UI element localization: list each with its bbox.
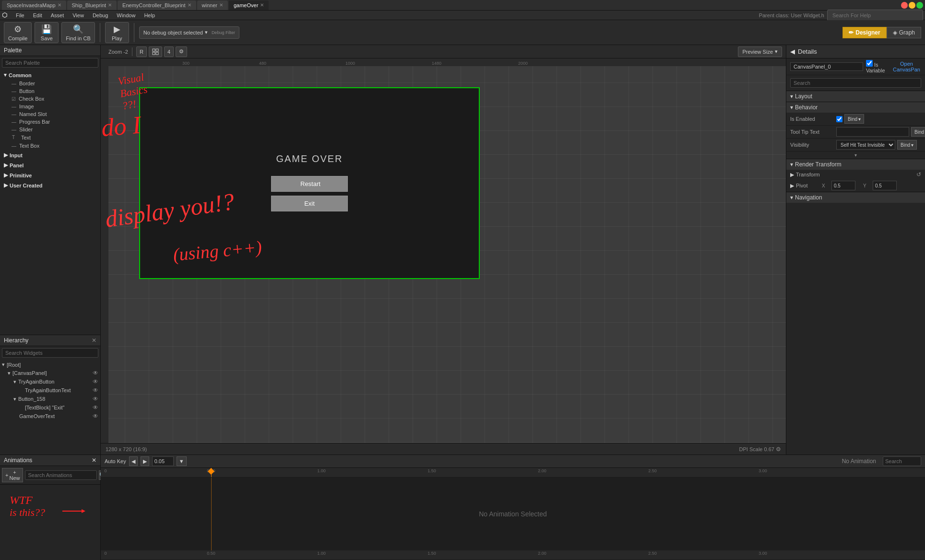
palette-item-checkbox[interactable]: ☑ Check Box <box>0 95 100 103</box>
h-item-tryagain-text[interactable]: ▶ TryAgainButtonText 👁 <box>0 386 100 395</box>
new-animation-button[interactable]: + + New <box>2 468 23 482</box>
menu-view[interactable]: View <box>69 12 88 19</box>
hierarchy-search-input[interactable] <box>2 348 98 358</box>
timeline-time-btn[interactable]: ▼ <box>177 456 187 466</box>
hierarchy-close-button[interactable]: ✕ <box>92 337 96 344</box>
tab-winner[interactable]: winner ✕ <box>197 0 228 10</box>
is-variable-label: Is Variable <box>866 60 889 73</box>
h-item-root[interactable]: ▾ [Root] <box>0 361 100 369</box>
h-item-gameover-text[interactable]: ▶ GameOverText 👁 <box>0 412 100 420</box>
transform-row[interactable]: ▶ Transform ↺ <box>786 170 925 179</box>
canvas-panel-name-input[interactable] <box>790 62 863 71</box>
close-tab-icon[interactable]: ✕ <box>188 2 191 8</box>
transform-reset-icon[interactable]: ↺ <box>916 171 921 178</box>
close-tab-icon[interactable]: ✕ <box>260 2 264 8</box>
pivot-y-input[interactable] <box>873 181 897 190</box>
panel-group-header[interactable]: ▶ Panel <box>0 161 100 170</box>
prop-is-enabled: Is Enabled Bind ▾ <box>786 113 925 126</box>
palette-item-button[interactable]: — Button <box>0 87 100 95</box>
timeline-search-input[interactable] <box>883 456 921 466</box>
exit-button[interactable]: Exit <box>271 196 348 211</box>
play-button[interactable]: ▶ Play <box>105 22 129 43</box>
chevron-down-icon: ▾ <box>911 142 913 148</box>
palette-search-input[interactable] <box>2 58 98 68</box>
h-item-textblock-exit[interactable]: ▶ [TextBlock] "Exit" 👁 <box>0 403 100 412</box>
input-group-header[interactable]: ▶ Input <box>0 151 100 160</box>
palette-item-named-slot[interactable]: — Named Slot <box>0 110 100 118</box>
pivot-x-input[interactable] <box>831 181 855 190</box>
timeline-time-input[interactable] <box>152 456 174 466</box>
bind-button[interactable]: Bind ▾ <box>897 140 917 150</box>
visibility-eye-icon[interactable]: 👁 <box>93 370 98 376</box>
menu-window[interactable]: Window <box>113 12 139 19</box>
minimize-window-button[interactable] <box>909 2 915 9</box>
bind-button[interactable]: Bind ▾ <box>844 114 864 124</box>
visibility-eye-icon[interactable]: 👁 <box>93 413 98 420</box>
save-button[interactable]: 💾 Save <box>35 22 59 43</box>
ruler-bot-mark-6: 3.00 <box>759 551 767 556</box>
compile-button[interactable]: ⚙ Compile <box>4 22 32 43</box>
h-item-tryagain-button[interactable]: ▾ TryAgainButton 👁 <box>0 377 100 386</box>
tab-spaceinvaedra[interactable]: SpaceInvaedraMapp ✕ <box>2 0 66 10</box>
visibility-select[interactable]: Self Hit Test Invisible <box>836 140 895 150</box>
close-tab-icon[interactable]: ✕ <box>219 2 223 8</box>
menu-debug[interactable]: Debug <box>89 12 112 19</box>
palette-item-border[interactable]: — Border <box>0 80 100 87</box>
palette-item-text-box[interactable]: — Text Box <box>0 142 100 150</box>
canvas-btn-4[interactable]: 4 <box>164 47 174 57</box>
close-tab-icon[interactable]: ✕ <box>108 2 112 8</box>
tab-ship-blueprint[interactable]: Ship_Blueprint ✕ <box>67 0 117 10</box>
close-window-button[interactable] <box>901 2 908 9</box>
details-search-input[interactable] <box>790 78 921 88</box>
visibility-eye-icon[interactable]: 👁 <box>93 387 98 394</box>
visibility-eye-icon[interactable]: 👁 <box>93 404 98 411</box>
graph-button[interactable]: ◈ Graph <box>887 27 921 38</box>
is-enabled-checkbox[interactable] <box>836 116 842 122</box>
restart-button[interactable]: Restart <box>271 176 348 192</box>
open-canvas-pan-button[interactable]: Open CanvasPan <box>892 61 921 72</box>
menu-edit[interactable]: Edit <box>29 12 46 19</box>
canvas-btn-r[interactable]: R <box>136 47 147 57</box>
user-created-group-header[interactable]: ▶ User Created <box>0 181 100 190</box>
tab-gameover[interactable]: gameOver ✕ <box>229 0 269 10</box>
is-variable-checkbox[interactable] <box>866 60 873 67</box>
visibility-eye-icon[interactable]: 👁 <box>93 378 98 385</box>
section-layout[interactable]: ▾ Layout <box>786 91 925 102</box>
h-item-button158[interactable]: ▾ Button_158 👁 <box>0 395 100 403</box>
palette-item-image[interactable]: — Image <box>0 103 100 110</box>
timeline-ruler-bottom: 0 0.50 1.00 1.50 2.00 2.50 3.00 <box>101 550 925 560</box>
common-group-header[interactable]: ▾ Common <box>0 70 100 80</box>
timeline-prev-button[interactable]: ◀ <box>129 456 138 466</box>
find-in-cb-button[interactable]: 🔍 Find in CB <box>61 22 95 43</box>
designer-button[interactable]: ✏ Designer <box>842 27 886 38</box>
section-navigation[interactable]: ▾ Navigation <box>786 192 925 203</box>
canvas-btn-grid[interactable] <box>149 47 162 57</box>
tool-tip-input[interactable] <box>836 127 909 137</box>
close-tab-icon[interactable]: ✕ <box>58 2 61 8</box>
h-item-canvaspanel[interactable]: ▾ [CanvasPanel] 👁 <box>0 369 100 377</box>
menu-file[interactable]: File <box>12 12 28 19</box>
game-preview-area: GAME OVER Restart Exit How do I display … <box>139 87 480 279</box>
canvas-btn-settings[interactable]: ⚙ <box>176 47 187 57</box>
palette-item-text[interactable]: T Text <box>0 133 100 142</box>
maximize-window-button[interactable] <box>916 2 923 9</box>
search-for-help-input[interactable] <box>827 10 923 21</box>
section-render-transform[interactable]: ▾ Render Transform <box>786 159 925 170</box>
debug-filter-dropdown[interactable]: No debug object selected ▾ Debug Filter <box>139 26 239 39</box>
palette-item-slider[interactable]: — Slider <box>0 126 100 133</box>
tab-enemy-controller[interactable]: EnemyController_Blueprint ✕ <box>118 0 196 10</box>
menu-asset[interactable]: Asset <box>47 12 68 19</box>
preview-size-button[interactable]: Preview Size ▾ <box>738 47 782 57</box>
visibility-eye-icon[interactable]: 👁 <box>93 396 98 402</box>
palette-item-progress-bar[interactable]: — Progress Bar <box>0 118 100 126</box>
primitive-group-header[interactable]: ▶ Primitive <box>0 171 100 180</box>
canvas-viewport[interactable]: 300 480 1000 1480 2000 GAME OVER Restart… <box>101 58 786 443</box>
section-behavior[interactable]: ▾ Behavior <box>786 102 925 113</box>
bind-button[interactable]: Bind ▾ <box>911 127 925 137</box>
animations-close-button[interactable]: ✕ <box>92 457 96 464</box>
dpi-settings-button[interactable]: ⚙ <box>776 446 781 453</box>
expand-icon: ▾ <box>13 396 16 402</box>
timeline-play-button[interactable]: ▶ <box>141 456 149 466</box>
menu-help[interactable]: Help <box>140 12 159 19</box>
animation-search-input[interactable] <box>25 470 97 480</box>
